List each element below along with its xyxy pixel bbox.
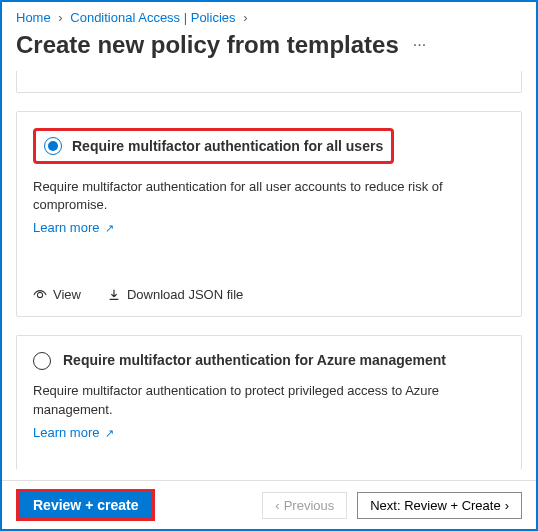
review-create-button[interactable]: Review + create (16, 489, 155, 521)
download-label: Download JSON file (127, 287, 243, 302)
learn-more-link[interactable]: Learn more ↗ (33, 220, 114, 235)
option-description: Require multifactor authentication to pr… (33, 382, 505, 418)
learn-more-link[interactable]: Learn more ↗ (33, 425, 114, 440)
radio-mfa-azure-mgmt[interactable] (33, 352, 51, 370)
page-header: Create new policy from templates ··· (2, 29, 536, 71)
option-title: Require multifactor authentication for a… (72, 138, 383, 154)
view-label: View (53, 287, 81, 302)
wizard-footer: Review + create ‹ Previous Next: Review … (2, 480, 536, 529)
page-title: Create new policy from templates (16, 31, 399, 59)
previous-label: Previous (284, 498, 335, 513)
selected-option-highlight: Require multifactor authentication for a… (33, 128, 394, 164)
option-description: Require multifactor authentication for a… (33, 178, 505, 214)
next-label: Next: Review + Create (370, 498, 500, 513)
eye-icon (33, 288, 47, 302)
template-card-mfa-azure-mgmt: Require multifactor authentication for A… (16, 335, 522, 469)
more-actions-button[interactable]: ··· (413, 36, 426, 54)
view-button[interactable]: View (33, 287, 81, 302)
previous-button: ‹ Previous (262, 492, 347, 519)
chevron-right-icon: › (505, 498, 509, 513)
template-card-mfa-all-users: Require multifactor authentication for a… (16, 111, 522, 317)
external-link-icon: ↗ (105, 222, 114, 234)
download-icon (107, 288, 121, 302)
external-link-icon: ↗ (105, 427, 114, 439)
download-json-button[interactable]: Download JSON file (107, 287, 243, 302)
breadcrumb-home[interactable]: Home (16, 10, 51, 25)
radio-mfa-all-users[interactable] (44, 137, 62, 155)
option-title: Require multifactor authentication for A… (63, 352, 446, 368)
breadcrumb-section[interactable]: Conditional Access | Policies (70, 10, 235, 25)
learn-more-label: Learn more (33, 425, 99, 440)
next-button[interactable]: Next: Review + Create › (357, 492, 522, 519)
breadcrumb: Home › Conditional Access | Policies › (2, 2, 536, 29)
card-actions: View Download JSON file (33, 275, 505, 302)
learn-more-label: Learn more (33, 220, 99, 235)
chevron-left-icon: ‹ (275, 498, 279, 513)
chevron-right-icon: › (58, 10, 62, 25)
chevron-right-icon: › (243, 10, 247, 25)
previous-card-edge (16, 71, 522, 93)
